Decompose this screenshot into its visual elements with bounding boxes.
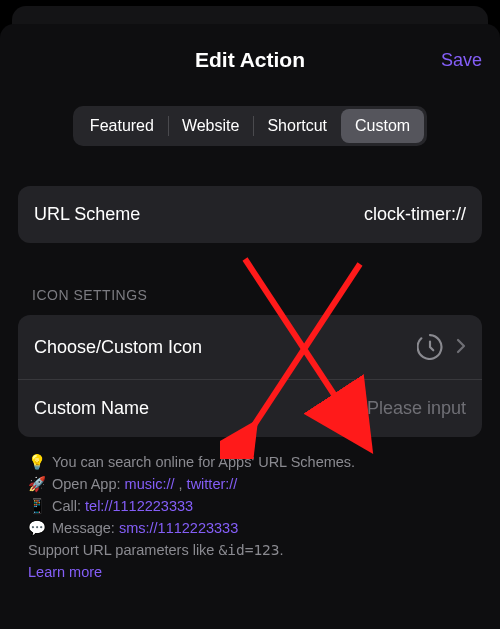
tab-custom[interactable]: Custom [341, 109, 424, 143]
tab-shortcut[interactable]: Shortcut [253, 109, 341, 143]
tip-sep: , [175, 476, 187, 492]
tip-call-prefix: Call: [52, 498, 85, 514]
rocket-icon: 🚀 [28, 473, 46, 495]
link-tel-scheme[interactable]: tel://1112223333 [85, 498, 193, 514]
tip-openapp-prefix: Open App: [52, 476, 125, 492]
tip-params-b: . [280, 542, 284, 558]
custom-name-row[interactable]: Custom Name Please input [18, 379, 482, 437]
edit-action-sheet: Edit Action Save Featured Website Shortc… [0, 24, 500, 629]
save-button[interactable]: Save [441, 50, 482, 71]
custom-name-label: Custom Name [34, 398, 149, 419]
keypad-icon: 📱 [28, 495, 46, 517]
tip-params-code: &id=123 [218, 542, 279, 558]
choose-icon-label: Choose/Custom Icon [34, 337, 202, 358]
custom-name-input[interactable]: Please input [367, 398, 466, 419]
footer-tips: 💡 You can search online for Apps' URL Sc… [28, 451, 482, 583]
speech-icon: 💬 [28, 517, 46, 539]
category-segmented-control[interactable]: Featured Website Shortcut Custom [73, 106, 427, 146]
sheet-title: Edit Action [195, 48, 305, 72]
link-sms-scheme[interactable]: sms://1112223333 [119, 520, 238, 536]
chevron-right-icon [456, 336, 466, 359]
icon-settings-group: Choose/Custom Icon Custom Name Please in… [18, 315, 482, 437]
url-scheme-row[interactable]: URL Scheme clock-timer:// [18, 186, 482, 243]
url-scheme-value[interactable]: clock-timer:// [364, 204, 466, 225]
link-twitter-scheme[interactable]: twitter:// [187, 476, 238, 492]
learn-more-link[interactable]: Learn more [28, 564, 102, 580]
link-music-scheme[interactable]: music:// [125, 476, 175, 492]
tip-search: You can search online for Apps' URL Sche… [52, 451, 355, 473]
icon-settings-header: ICON SETTINGS [32, 287, 482, 303]
bulb-icon: 💡 [28, 451, 46, 473]
url-scheme-label: URL Scheme [34, 204, 140, 225]
tab-website[interactable]: Website [168, 109, 254, 143]
choose-icon-row[interactable]: Choose/Custom Icon [18, 315, 482, 379]
timer-icon [416, 333, 444, 361]
tip-params-a: Support URL parameters like [28, 542, 218, 558]
tab-featured[interactable]: Featured [76, 109, 168, 143]
tip-message-prefix: Message: [52, 520, 119, 536]
sheet-header: Edit Action Save [18, 42, 482, 78]
